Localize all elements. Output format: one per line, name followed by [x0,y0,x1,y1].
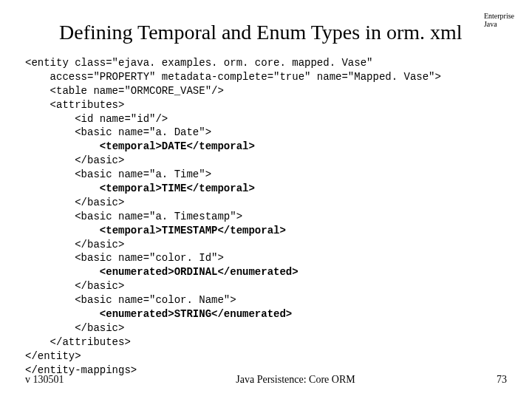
code-line: <basic name="color. Id"> [25,252,224,264]
code-bold: <enumerated>STRING</enumerated> [100,308,292,320]
code-block: <entity class="ejava. examples. orm. cor… [25,56,517,377]
code-line: access="PROPERTY" metadata-complete="tru… [25,71,441,83]
code-line: </basic> [25,322,124,334]
code-line: <id name="id"/> [25,113,168,125]
code-line: </attributes> [25,336,131,348]
code-line: <basic name="a. Date"> [25,126,211,138]
code-line: <basic name="color. Name"> [25,294,236,306]
footer-version: v 130501 [25,374,129,386]
code-indent [25,140,100,152]
code-indent [25,266,100,278]
code-line: <entity class="ejava. examples. orm. cor… [25,57,372,69]
corner-label: Enterprise Java [484,12,514,28]
code-line: <basic name="a. Time"> [25,168,211,180]
slide: Enterprise Java Defining Temporal and En… [0,0,532,399]
code-indent [25,308,100,320]
code-bold: <temporal>TIME</temporal> [100,183,255,194]
code-line: </basic> [25,280,124,292]
code-line: </entity> [25,350,81,362]
page-number: 73 [463,374,507,386]
code-bold: <temporal>TIMESTAMP</temporal> [100,225,286,236]
code-indent [25,183,100,194]
slide-title: Defining Temporal and Enum Types in orm.… [59,21,463,44]
code-bold: <enumerated>ORDINAL</enumerated> [100,266,299,278]
footer-title: Java Persistence: Core ORM [129,374,463,386]
code-line: <basic name="a. Timestamp"> [25,211,242,222]
code-line: </basic> [25,197,124,208]
code-indent [25,225,100,236]
code-line: <table name="ORMCORE_VASE"/> [25,85,224,97]
code-line: <attributes> [25,99,124,111]
footer: v 130501 Java Persistence: Core ORM 73 [25,374,507,386]
code-line: </basic> [25,154,124,166]
code-line: </basic> [25,239,124,250]
corner-line1: Enterprise [484,12,514,20]
corner-line2: Java [484,20,514,28]
code-bold: <temporal>DATE</temporal> [100,140,255,152]
